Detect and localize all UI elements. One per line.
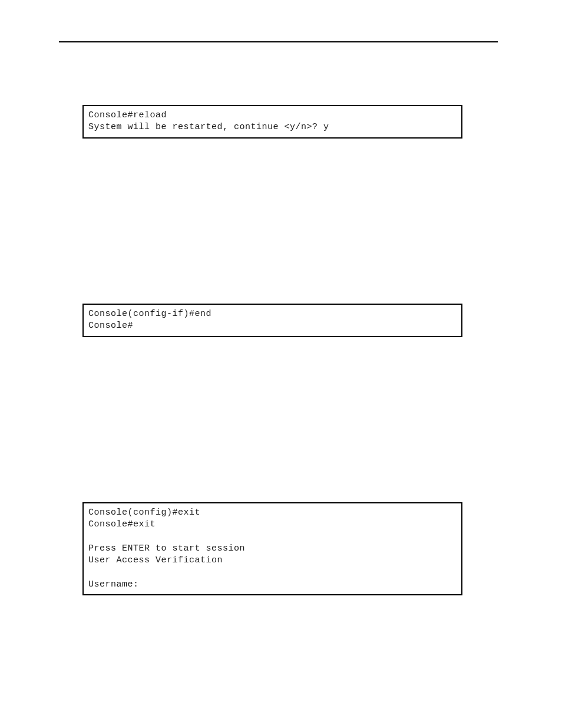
horizontal-rule <box>59 41 498 42</box>
code-text: Console(config-if)#end Console# <box>88 308 457 332</box>
code-text: Console#reload System will be restarted,… <box>88 110 457 134</box>
code-text: Console(config)#exit Console#exit Press … <box>88 507 457 591</box>
code-example-reload: Console#reload System will be restarted,… <box>82 105 462 139</box>
code-example-exit: Console(config)#exit Console#exit Press … <box>82 502 462 595</box>
code-example-end: Console(config-if)#end Console# <box>82 304 462 337</box>
